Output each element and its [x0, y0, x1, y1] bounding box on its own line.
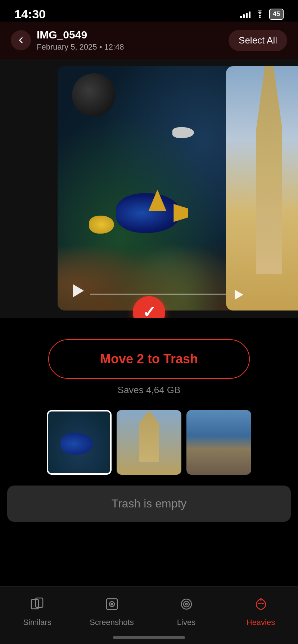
photo-area: ✓ — [0, 59, 298, 318]
svg-point-5 — [111, 603, 113, 605]
lives-icon — [176, 594, 197, 614]
move-to-trash-button[interactable]: Move 2 to Trash — [48, 339, 250, 379]
dark-sphere — [72, 73, 115, 116]
saves-label: Saves 4,64 GB — [118, 385, 181, 396]
nav-item-similars[interactable]: Similars — [0, 594, 74, 627]
nav-item-lives[interactable]: Lives — [149, 594, 224, 627]
thumbnail-cathedral[interactable] — [117, 410, 181, 475]
svg-point-7 — [184, 601, 189, 607]
status-bar: 14:30 45 — [0, 0, 298, 22]
thumbnail-harbor[interactable] — [186, 410, 251, 475]
screenshots-icon — [102, 594, 122, 614]
back-icon — [17, 36, 25, 45]
action-area: Move 2 to Trash Saves 4,64 GB — [0, 318, 298, 403]
play-triangle-icon — [73, 284, 84, 297]
status-icons: 45 — [240, 9, 284, 20]
checkmark-icon: ✓ — [143, 304, 156, 318]
nav-label-lives: Lives — [177, 618, 195, 627]
header: IMG_0549 February 5, 2025 • 12:48 Select… — [0, 22, 298, 59]
thumbnail-strip — [0, 403, 298, 482]
side-play-button[interactable] — [233, 290, 243, 300]
battery-indicator: 45 — [269, 9, 284, 20]
nav-item-screenshots[interactable]: Screenshots — [74, 594, 149, 627]
blue-tang-fish — [116, 193, 188, 240]
side-photo[interactable] — [226, 66, 298, 310]
signal-bars-icon — [240, 10, 250, 18]
thumb-tower — [133, 410, 165, 462]
svg-point-0 — [259, 17, 261, 18]
cathedral-background — [226, 66, 298, 310]
similars-icon — [27, 594, 48, 614]
header-info: IMG_0549 February 5, 2025 • 12:48 — [37, 29, 124, 52]
svg-point-8 — [185, 603, 187, 605]
photo-title: IMG_0549 — [37, 29, 124, 41]
svg-point-6 — [181, 599, 191, 609]
status-time: 14:30 — [14, 7, 46, 21]
back-button[interactable] — [11, 30, 31, 50]
thumb-cathedral-bg — [117, 410, 181, 475]
thumbnail-aquarium[interactable] — [47, 410, 112, 475]
thumb-harbor-bg — [186, 410, 251, 475]
trash-empty-label: Trash is empty — [112, 497, 187, 510]
select-checkmark[interactable]: ✓ — [133, 296, 165, 318]
trash-section: Trash is empty — [7, 486, 291, 522]
trash-button-label: Move 2 to Trash — [100, 351, 198, 367]
home-indicator — [113, 636, 185, 639]
wifi-icon — [255, 10, 265, 18]
cathedral-tower — [248, 66, 291, 274]
select-all-button[interactable]: Select All — [229, 30, 287, 51]
nav-label-similars: Similars — [23, 618, 51, 627]
thumb-fish — [60, 433, 93, 455]
checkmark-container: ✓ — [133, 296, 165, 318]
play-button[interactable] — [68, 282, 86, 300]
nav-item-heavies[interactable]: Heavies — [224, 594, 298, 627]
header-left: IMG_0549 February 5, 2025 • 12:48 — [11, 29, 124, 52]
small-fish — [172, 127, 198, 142]
nav-label-heavies: Heavies — [247, 618, 275, 627]
nav-label-screenshots: Screenshots — [90, 618, 134, 627]
photo-subtitle: February 5, 2025 • 12:48 — [37, 42, 124, 52]
heavies-icon — [251, 594, 271, 614]
thumb-aquarium-bg — [48, 411, 110, 473]
side-play-icon — [235, 290, 243, 300]
bottom-nav: Similars Screenshots Lives — [0, 586, 298, 644]
yellow-fish — [89, 216, 118, 237]
